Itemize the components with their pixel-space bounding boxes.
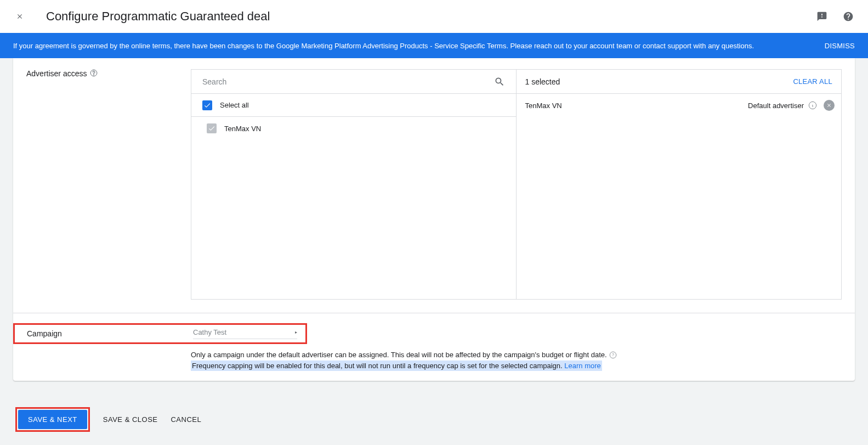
feedback-button[interactable]: [815, 10, 829, 23]
campaign-note-1: Only a campaign under the default advert…: [191, 351, 842, 359]
checkmark-icon: [208, 125, 215, 132]
clear-all-button[interactable]: CLEAR ALL: [793, 77, 832, 86]
checkmark-icon: [203, 102, 211, 109]
selected-header: 1 selected CLEAR ALL: [517, 70, 842, 94]
selected-item: TenMax VN Default advertiser: [517, 94, 842, 117]
advertiser-section: Advertiser access ? Select all: [13, 58, 855, 313]
config-card: Advertiser access ? Select all: [13, 58, 855, 381]
select-all-label: Select all: [220, 101, 249, 109]
selected-count: 1 selected: [525, 77, 793, 86]
page-header: Configure Programmatic Guaranteed deal: [0, 0, 868, 33]
campaign-section: Campaign Cathy Test ▸ Only a campaign un…: [13, 313, 855, 381]
search-input[interactable]: [202, 77, 494, 86]
campaign-label: Campaign: [27, 329, 193, 338]
banner-text: If your agreement is governed by the onl…: [13, 42, 825, 50]
remove-selected-button[interactable]: [824, 100, 835, 111]
note-help-icon[interactable]: ?: [609, 351, 617, 359]
question-icon: ?: [90, 69, 98, 77]
svg-text:?: ?: [93, 71, 95, 75]
campaign-note-2: Frequency capping will be enabled for th…: [191, 360, 602, 371]
available-panel: Select all TenMax VN: [191, 70, 517, 299]
page-title: Configure Programmatic Guaranteed deal: [46, 9, 802, 24]
default-advertiser-label: Default advertiser: [748, 102, 804, 110]
learn-more-link[interactable]: Learn more: [564, 362, 600, 370]
campaign-highlight: Campaign Cathy Test ▸: [13, 323, 307, 344]
save-next-button[interactable]: SAVE & NEXT: [18, 410, 87, 429]
save-next-highlight: SAVE & NEXT: [15, 407, 90, 432]
campaign-note-1-text: Only a campaign under the default advert…: [191, 351, 607, 359]
item-checkbox: [207, 123, 217, 133]
campaign-notes: Only a campaign under the default advert…: [191, 351, 842, 370]
advertiser-label: Advertiser access ?: [26, 69, 191, 300]
campaign-select[interactable]: Cathy Test ▸: [193, 328, 297, 339]
question-icon: ?: [609, 351, 617, 359]
feedback-icon: [816, 11, 827, 22]
banner-dismiss-button[interactable]: DISMISS: [825, 42, 855, 50]
select-all-checkbox[interactable]: [202, 100, 212, 110]
help-icon: [843, 11, 854, 22]
close-button[interactable]: [13, 10, 26, 23]
info-tooltip[interactable]: [808, 101, 817, 110]
select-all-row[interactable]: Select all: [191, 94, 516, 117]
footer-actions: SAVE & NEXT SAVE & CLOSE CANCEL: [0, 381, 868, 445]
help-tooltip-icon[interactable]: ?: [90, 69, 98, 77]
info-icon: [808, 101, 817, 110]
chevron-down-icon: ▸: [295, 330, 297, 335]
save-close-button[interactable]: SAVE & CLOSE: [103, 415, 158, 424]
campaign-value: Cathy Test: [193, 328, 226, 336]
help-button[interactable]: [842, 10, 855, 23]
campaign-note-2-text: Frequency capping will be enabled for th…: [192, 362, 563, 370]
advertiser-item[interactable]: TenMax VN: [191, 117, 516, 140]
advertiser-picker: Select all TenMax VN 1 selected CLEAR AL…: [191, 69, 842, 300]
search-icon: [494, 76, 505, 87]
cancel-button[interactable]: CANCEL: [171, 415, 201, 424]
close-icon: [826, 103, 832, 108]
advertiser-item-label: TenMax VN: [224, 125, 261, 133]
selected-item-name: TenMax VN: [525, 102, 744, 110]
selected-panel: 1 selected CLEAR ALL TenMax VN Default a…: [517, 70, 842, 299]
close-icon: [16, 13, 24, 20]
advertiser-label-text: Advertiser access: [26, 69, 87, 78]
svg-text:?: ?: [612, 353, 614, 357]
notice-banner: If your agreement is governed by the onl…: [0, 33, 868, 58]
search-row: [191, 70, 516, 94]
